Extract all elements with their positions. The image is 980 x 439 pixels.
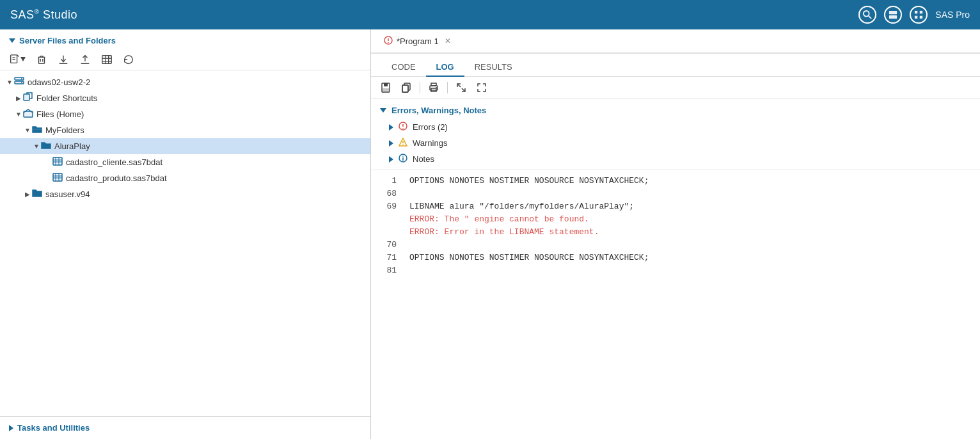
user-label: SAS Pro	[935, 10, 970, 20]
svg-point-24	[21, 78, 22, 79]
svg-rect-45	[402, 85, 408, 92]
svg-rect-43	[383, 88, 389, 92]
errors-warnings-header[interactable]: Errors, Warnings, Notes	[371, 102, 980, 119]
table-button[interactable]	[99, 52, 115, 67]
tree-item-myfolders[interactable]: ▼ MyFolders	[0, 122, 370, 138]
download-button[interactable]	[55, 52, 72, 67]
errors-label: Errors (2)	[413, 122, 448, 132]
right-panel: *Program 1 ✕ CODE LOG RESULTS	[371, 29, 980, 439]
spacer2	[43, 174, 52, 183]
tree-item-shortcuts[interactable]: ▶ Folder Shortcuts	[0, 90, 370, 106]
shortcuts-label: Folder Shortcuts	[36, 93, 97, 103]
tree-item-server[interactable]: ▼ odaws02-usw2-2	[0, 74, 370, 90]
sasuser-icon	[32, 188, 42, 200]
tab-error-icon	[384, 36, 393, 47]
server-label: odaws02-usw2-2	[28, 77, 90, 87]
new-file-button[interactable]	[6, 52, 28, 67]
cadastro-cliente-label: cadastro_cliente.sas7bdat	[66, 157, 162, 167]
svg-point-0	[864, 11, 869, 17]
code-line-71: 71 OPTIONS NONOTES NOSTIMER NOSOURCE NOS…	[371, 252, 980, 265]
search-icon[interactable]	[858, 6, 876, 24]
main-layout: Server Files and Folders	[0, 29, 980, 439]
line-num-71: 71	[371, 253, 409, 264]
svg-rect-33	[53, 173, 62, 181]
tree-toggle-myfolders[interactable]: ▼	[23, 126, 32, 135]
svg-point-50	[436, 87, 437, 88]
line-num-1: 1	[371, 176, 409, 188]
expand-triangle-icon	[9, 38, 15, 43]
svg-rect-6	[915, 16, 917, 19]
tree-item-files-home[interactable]: ▼ Files (Home)	[0, 106, 370, 122]
tree-toggle-server[interactable]: ▼	[5, 78, 14, 87]
tree-toggle-shortcuts[interactable]: ▶	[14, 94, 23, 103]
file-tree: ▼ odaws02-usw2-2 ▶	[0, 70, 370, 416]
tree-item-aluraplay[interactable]: ▼ AluraPlay	[0, 138, 370, 154]
log-expand-button[interactable]	[453, 81, 470, 95]
notes-toggle-icon	[389, 156, 393, 163]
log-copy-button[interactable]	[398, 81, 415, 95]
tree-item-cadastro-cliente[interactable]: cadastro_cliente.sas7bdat	[0, 154, 370, 170]
svg-rect-42	[384, 83, 388, 86]
grid-icon[interactable]	[910, 6, 928, 24]
code-line-70: 70	[371, 239, 980, 252]
refresh-button[interactable]	[120, 52, 137, 67]
code-line-68: 68	[371, 188, 980, 201]
warnings-toggle-icon	[389, 140, 393, 147]
svg-point-25	[21, 82, 22, 83]
line-num-69: 69	[371, 202, 409, 213]
tree-toggle-sasuser[interactable]: ▶	[23, 190, 32, 199]
svg-rect-12	[39, 57, 45, 63]
server-icon	[14, 76, 24, 88]
tree-item-cadastro-produto[interactable]: cadastro_produto.sas7bdat	[0, 170, 370, 186]
svg-point-61	[402, 156, 404, 157]
line-error-1: ERROR: The " engine cannot be found.	[409, 214, 589, 226]
svg-point-40	[388, 42, 389, 43]
myfolders-label: MyFolders	[45, 125, 84, 135]
sub-tabs: CODE LOG RESULTS	[371, 54, 980, 77]
upload-button[interactable]	[77, 52, 93, 67]
errors-warnings-notes-section: Errors, Warnings, Notes Errors (2)	[371, 99, 980, 170]
notes-item[interactable]: Notes	[371, 151, 980, 167]
tab-code[interactable]: CODE	[381, 58, 426, 77]
line-num-err1	[371, 214, 409, 226]
toolbar-divider-2	[447, 82, 448, 93]
svg-marker-11	[20, 57, 26, 61]
tasks-section[interactable]: Tasks and Utilities	[0, 416, 370, 439]
warnings-label: Warnings	[413, 138, 447, 148]
tree-toggle-files-home[interactable]: ▼	[14, 110, 23, 119]
line-num-err2	[371, 227, 409, 239]
tab-results[interactable]: RESULTS	[464, 58, 523, 77]
panel-header: Server Files and Folders	[0, 29, 370, 49]
left-panel: Server Files and Folders	[0, 29, 371, 439]
ewn-title: Errors, Warnings, Notes	[391, 106, 486, 115]
error-circle-icon	[399, 122, 407, 132]
delete-button[interactable]	[33, 52, 50, 67]
log-fullscreen-button[interactable]	[473, 81, 490, 95]
line-code-71: OPTIONS NONOTES NOSTIMER NOSOURCE NOSYNT…	[409, 253, 649, 264]
layout-icon[interactable]	[884, 6, 902, 24]
svg-point-55	[402, 128, 404, 129]
ewn-expand-icon	[380, 108, 386, 113]
line-num-81: 81	[371, 266, 409, 277]
tab-close-button[interactable]: ✕	[443, 36, 453, 46]
log-print-button[interactable]	[425, 81, 442, 95]
line-error-2: ERROR: Error in the LIBNAME statement.	[409, 227, 599, 239]
tab-log[interactable]: LOG	[426, 58, 464, 77]
svg-rect-8	[11, 55, 17, 63]
line-code-69: LIBNAME alura "/folders/myfolders/AluraP…	[409, 202, 634, 213]
svg-rect-4	[915, 11, 917, 13]
tasks-triangle-icon	[9, 425, 13, 431]
svg-rect-5	[920, 11, 922, 13]
program-tab[interactable]: *Program 1 ✕	[376, 32, 461, 52]
svg-rect-17	[102, 56, 111, 64]
tree-item-sasuser[interactable]: ▶ sasuser.v94	[0, 186, 370, 202]
log-save-button[interactable]	[377, 81, 394, 95]
warnings-item[interactable]: Warnings	[371, 135, 980, 151]
tree-toggle-aluraplay[interactable]: ▼	[32, 142, 41, 151]
errors-toggle-icon	[389, 124, 393, 131]
code-output-area: 1 OPTIONS NONOTES NOSTIMER NOSOURCE NOSY…	[371, 170, 980, 283]
errors-item[interactable]: Errors (2)	[371, 119, 980, 135]
myfolders-icon	[32, 124, 42, 136]
tasks-label: Tasks and Utilities	[17, 423, 90, 433]
line-num-68: 68	[371, 189, 409, 200]
